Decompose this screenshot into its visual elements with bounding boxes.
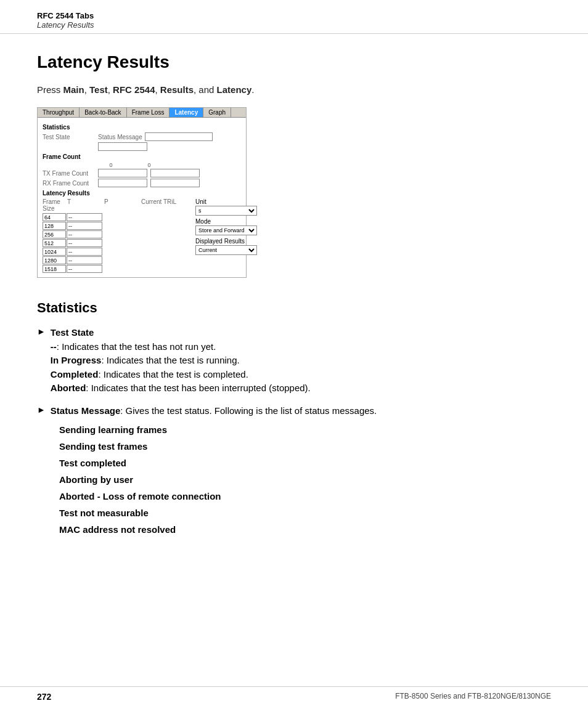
rx-fc-label: RX Frame Count — [43, 180, 98, 187]
instruction-line: Press Main, Test, RFC 2544, Results, and… — [37, 84, 551, 95]
status-message-arrow-icon: ► — [37, 405, 46, 415]
lr-row-512: 512 -- — [43, 239, 190, 247]
fc-header-0: 0 — [92, 162, 130, 168]
test-state-desc-2: In Progress: Indicates that the test is … — [51, 355, 240, 365]
lr-row-1518: 1518 -- — [43, 265, 190, 273]
ui-screenshot: Throughput Back-to-Back Frame Loss Laten… — [37, 107, 247, 278]
fc-col-headers: 0 0 — [92, 162, 241, 168]
lr-row-256: 256 -- — [43, 230, 190, 238]
status-message-desc: : Gives the test status. Following is th… — [120, 405, 377, 416]
status-message-label-ui: Status Message — [98, 134, 142, 140]
status-msg-7: MAC address not resolved — [59, 521, 551, 538]
lr-val-t-128: -- — [67, 222, 102, 230]
unit-label: Unit — [195, 198, 257, 205]
test-state-label: Test State — [43, 134, 98, 140]
lr-hdr-p: P — [104, 198, 141, 212]
test-state-row: Test State Status Message — [43, 132, 241, 141]
section-title: RFC 2544 Tabs — [37, 11, 551, 20]
status-msg-4: Aborting by user — [59, 471, 551, 488]
rx-frame-count-row: RX Frame Count — [43, 179, 241, 187]
lr-val-t-1280: -- — [67, 256, 102, 264]
test-state-input-row — [43, 142, 241, 151]
frame-count-label: Frame Count — [43, 153, 241, 160]
status-message-input — [145, 132, 213, 141]
status-message-section: ► Status Message: Gives the test status.… — [37, 404, 551, 538]
status-msg-1: Sending learning frames — [59, 421, 551, 438]
test-state-desc-3: Completed: Indicates that the test is co… — [51, 369, 248, 379]
page-header: RFC 2544 Tabs Latency Results — [0, 0, 588, 34]
latency-two-col: Frame Size T P Current TRiL 64 -- 128 -- — [43, 198, 241, 274]
lr-row-1280: 1280 -- — [43, 256, 190, 264]
status-msg-3: Test completed — [59, 455, 551, 471]
status-msg-5: Aborted - Loss of remote connection — [59, 488, 551, 505]
test-state-section: ► Test State --: Indicates that the test… — [37, 326, 551, 396]
lr-val-t-256: -- — [67, 230, 102, 238]
tab-latency[interactable]: Latency — [169, 108, 203, 117]
test-state-heading: Test State — [51, 327, 94, 338]
footer-page-number: 272 — [37, 692, 51, 702]
lr-val-t-512: -- — [67, 239, 102, 247]
lr-hdr-t: T — [67, 198, 104, 212]
tx-fc-input2 — [150, 169, 200, 177]
rx-fc-input1 — [98, 179, 147, 187]
instr-latency: Latency — [217, 84, 252, 95]
instr-test: Test — [89, 84, 108, 95]
lr-val-t-1024: -- — [67, 248, 102, 256]
lr-row-64: 64 -- — [43, 213, 190, 221]
test-state-desc-4: Aborted: Indicates that the test has bee… — [51, 383, 311, 393]
main-content: Latency Results Press Main, Test, RFC 25… — [0, 34, 588, 583]
latency-right-col: Unit s ms us ns Mode Store and Forward C… — [195, 198, 257, 274]
lr-size-1280: 1280 — [43, 256, 66, 264]
lr-col-headers: Frame Size T P Current TRiL — [43, 198, 190, 212]
lr-val-t-1518: -- — [67, 265, 102, 273]
status-message-heading: Status Message — [51, 405, 120, 416]
instr-rfc: RFC 2544 — [113, 84, 155, 95]
test-state-content: Test State --: Indicates that the test h… — [51, 326, 311, 396]
section-subtitle: Latency Results — [37, 20, 551, 30]
tx-fc-label: TX Frame Count — [43, 170, 98, 177]
lr-size-1518: 1518 — [43, 265, 66, 273]
lr-size-256: 256 — [43, 230, 66, 238]
tab-graph[interactable]: Graph — [203, 108, 231, 117]
latency-left-col: Frame Size T P Current TRiL 64 -- 128 -- — [43, 198, 190, 274]
rx-fc-input2 — [150, 179, 200, 187]
lr-row-1024: 1024 -- — [43, 248, 190, 256]
lr-size-128: 128 — [43, 222, 66, 230]
tab-bar: Throughput Back-to-Back Frame Loss Laten… — [38, 108, 246, 118]
tab-frame-loss[interactable]: Frame Loss — [127, 108, 170, 117]
latency-results-label: Latency Results — [43, 190, 241, 197]
lr-size-1024: 1024 — [43, 248, 66, 256]
lr-hdr-tril: Current TRiL — [141, 198, 190, 212]
lr-hdr-framesize: Frame Size — [43, 198, 67, 212]
displayed-results-item: Displayed Results Current Average Min Ma… — [195, 238, 257, 255]
tab-throughput[interactable]: Throughput — [38, 108, 80, 117]
instr-main: Main — [63, 84, 84, 95]
tab-back-to-back[interactable]: Back-to-Back — [80, 108, 126, 117]
status-msg-2: Sending test frames — [59, 438, 551, 455]
lr-size-64: 64 — [43, 213, 66, 221]
footer-product: FTB-8500 Series and FTB-8120NGE/8130NGE — [395, 692, 551, 702]
status-messages-list: Sending learning frames Sending test fra… — [59, 421, 551, 538]
unit-select[interactable]: s ms us ns — [195, 206, 257, 216]
fc-header-1: 0 — [130, 162, 168, 168]
test-state-arrow-icon: ► — [37, 327, 46, 336]
test-state-desc-1: --: Indicates that the test has not run … — [51, 341, 216, 352]
lr-row-128: 128 -- — [43, 222, 190, 230]
test-state-arrow-row: ► Test State --: Indicates that the test… — [37, 326, 551, 396]
status-message-content: Status Message: Gives the test status. F… — [51, 404, 377, 418]
mode-select[interactable]: Store and Forward Cut Through — [195, 225, 257, 235]
displayed-results-select[interactable]: Current Average Min Max — [195, 245, 257, 255]
status-msg-6: Test not measurable — [59, 505, 551, 521]
displayed-results-label: Displayed Results — [195, 238, 257, 245]
tx-frame-count-row: TX Frame Count — [43, 169, 241, 177]
page-title: Latency Results — [37, 52, 551, 72]
page-footer: 272 FTB-8500 Series and FTB-8120NGE/8130… — [0, 686, 588, 702]
test-state-input — [98, 142, 147, 151]
instr-results: Results — [160, 84, 194, 95]
mode-item: Mode Store and Forward Cut Through — [195, 218, 257, 235]
lr-size-512: 512 — [43, 239, 66, 247]
status-message-arrow-row: ► Status Message: Gives the test status.… — [37, 404, 551, 418]
mode-label: Mode — [195, 218, 257, 225]
tx-fc-input1 — [98, 169, 147, 177]
ui-content: Statistics Test State Status Message Fra… — [38, 118, 246, 277]
